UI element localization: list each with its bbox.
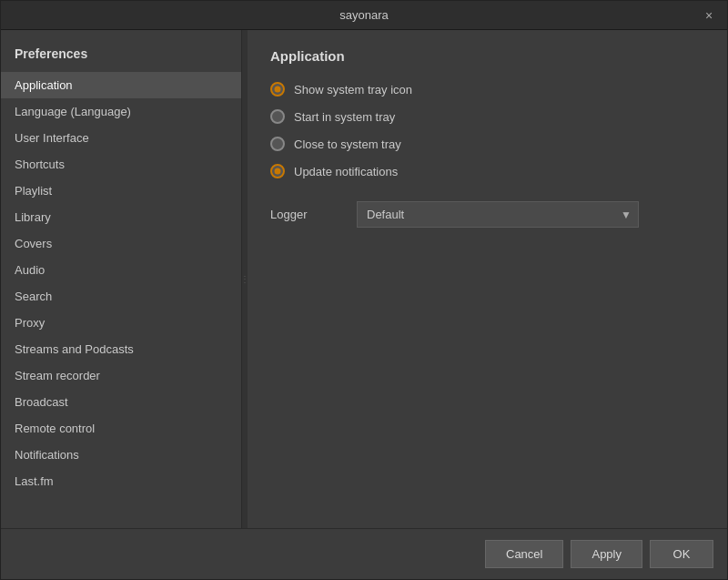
apply-button[interactable]: Apply bbox=[571, 540, 642, 568]
footer: Cancel Apply OK bbox=[1, 528, 727, 579]
option-row-start-tray: Start in system tray bbox=[270, 109, 704, 124]
sidebar-item-application[interactable]: Application bbox=[1, 72, 241, 98]
ok-button[interactable]: OK bbox=[650, 540, 713, 568]
sidebar-item-streams[interactable]: Streams and Podcasts bbox=[1, 336, 241, 362]
label-start-tray: Start in system tray bbox=[294, 110, 395, 124]
sidebar-item-proxy[interactable]: Proxy bbox=[1, 310, 241, 336]
logger-select[interactable]: Default Debug Warning Error bbox=[357, 201, 639, 228]
sidebar: Preferences Application Language (Langua… bbox=[1, 30, 242, 528]
window-title: sayonara bbox=[339, 8, 388, 22]
sidebar-item-shortcuts[interactable]: Shortcuts bbox=[1, 151, 241, 178]
main-panel: Application Show system tray icon Start … bbox=[248, 30, 727, 528]
sidebar-item-stream-recorder[interactable]: Stream recorder bbox=[1, 362, 241, 389]
preferences-window: sayonara × Preferences Application Langu… bbox=[0, 0, 728, 580]
label-show-tray: Show system tray icon bbox=[294, 83, 412, 97]
sidebar-item-notifications[interactable]: Notifications bbox=[1, 442, 241, 468]
sidebar-item-playlist[interactable]: Playlist bbox=[1, 178, 241, 204]
sidebar-item-audio[interactable]: Audio bbox=[1, 257, 241, 283]
sidebar-item-search[interactable]: Search bbox=[1, 283, 241, 310]
label-close-tray: Close to system tray bbox=[294, 137, 401, 151]
sidebar-item-remote-control[interactable]: Remote control bbox=[1, 415, 241, 442]
close-button[interactable]: × bbox=[700, 6, 718, 25]
logger-select-wrapper: Default Debug Warning Error ▼ bbox=[357, 201, 639, 228]
sidebar-item-broadcast[interactable]: Broadcast bbox=[1, 389, 241, 415]
sidebar-item-language[interactable]: Language (Language) bbox=[1, 98, 241, 125]
radio-close-tray[interactable] bbox=[270, 137, 285, 151]
sidebar-header: Preferences bbox=[1, 39, 241, 72]
sidebar-item-covers[interactable]: Covers bbox=[1, 230, 241, 257]
logger-label: Logger bbox=[270, 208, 343, 221]
panel-title: Application bbox=[270, 48, 704, 64]
option-row-update-notif: Update notifications bbox=[270, 164, 704, 178]
sidebar-item-user-interface[interactable]: User Interface bbox=[1, 125, 241, 151]
radio-show-tray[interactable] bbox=[270, 82, 285, 97]
sidebar-item-lastfm[interactable]: Last.fm bbox=[1, 468, 241, 494]
radio-start-tray[interactable] bbox=[270, 109, 285, 124]
sidebar-item-library[interactable]: Library bbox=[1, 204, 241, 230]
main-content: Preferences Application Language (Langua… bbox=[1, 30, 727, 528]
option-row-show-tray: Show system tray icon bbox=[270, 82, 704, 97]
titlebar: sayonara × bbox=[1, 1, 727, 30]
options-group: Show system tray icon Start in system tr… bbox=[270, 82, 704, 178]
radio-update-notif[interactable] bbox=[270, 164, 285, 178]
logger-row: Logger Default Debug Warning Error ▼ bbox=[270, 201, 704, 228]
cancel-button[interactable]: Cancel bbox=[485, 540, 563, 568]
label-update-notif: Update notifications bbox=[294, 165, 398, 178]
option-row-close-tray: Close to system tray bbox=[270, 137, 704, 151]
